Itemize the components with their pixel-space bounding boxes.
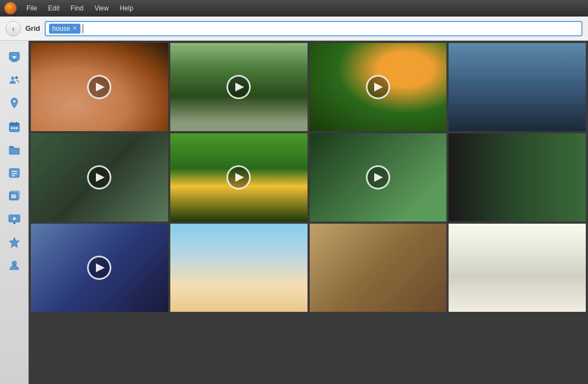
sidebar-icon-list[interactable] (4, 163, 24, 183)
grid-item-4[interactable] (449, 43, 586, 131)
svg-rect-19 (11, 194, 16, 198)
menu-find[interactable]: Find (66, 3, 88, 13)
menubar: File Edit Find View Help (0, 0, 588, 17)
main-layout (0, 41, 588, 384)
play-button-1[interactable] (87, 75, 111, 99)
menu-help[interactable]: Help (115, 3, 138, 13)
svg-rect-11 (13, 127, 15, 129)
sidebar-icon-import[interactable] (4, 47, 24, 67)
grid-item-9[interactable] (31, 224, 168, 312)
svg-point-3 (11, 77, 14, 80)
svg-marker-24 (9, 237, 19, 247)
image-grid (29, 41, 588, 384)
app-logo (4, 2, 17, 14)
sidebar-icon-people[interactable] (4, 71, 24, 90)
toolbar: ‹ Grid house ✕ (0, 17, 588, 41)
search-bar[interactable]: house ✕ (45, 21, 582, 36)
search-cursor (83, 24, 83, 33)
back-button[interactable]: ‹ (6, 21, 21, 36)
svg-point-5 (13, 100, 15, 102)
grid-item-11[interactable] (310, 224, 447, 312)
menu-view[interactable]: View (90, 3, 113, 13)
sidebar (0, 41, 29, 384)
grid-item-10[interactable] (170, 224, 308, 312)
search-tag[interactable]: house ✕ (49, 24, 81, 34)
view-label: Grid (25, 24, 40, 33)
grid-item-8[interactable] (449, 133, 586, 221)
grid-item-5[interactable] (31, 133, 168, 221)
svg-rect-7 (9, 123, 19, 126)
sidebar-icon-person[interactable] (4, 256, 24, 275)
sidebar-icon-favorites[interactable] (4, 232, 24, 252)
grid-item-6[interactable] (170, 133, 308, 221)
grid-item-2[interactable] (170, 43, 308, 131)
svg-point-4 (15, 77, 18, 79)
svg-rect-10 (11, 127, 13, 129)
grid-item-1[interactable] (31, 43, 168, 131)
svg-point-25 (12, 261, 17, 266)
svg-rect-12 (16, 127, 18, 129)
sidebar-icon-album[interactable] (4, 186, 24, 206)
sidebar-icon-folder[interactable] (4, 140, 24, 160)
menu-edit[interactable]: Edit (44, 3, 64, 13)
play-button-6[interactable] (226, 165, 251, 190)
play-button-5[interactable] (87, 165, 111, 190)
play-button-7[interactable] (366, 165, 390, 190)
sidebar-icon-calendar[interactable] (4, 117, 24, 137)
search-tag-close-button[interactable]: ✕ (72, 25, 77, 32)
search-tag-text: house (52, 25, 71, 33)
sidebar-icon-location[interactable] (4, 94, 24, 113)
grid-item-3[interactable] (310, 43, 447, 131)
play-button-3[interactable] (366, 75, 390, 99)
play-button-2[interactable] (226, 75, 251, 99)
grid-item-7[interactable] (310, 133, 447, 221)
svg-rect-2 (12, 60, 17, 62)
grid-item-12[interactable] (449, 224, 586, 312)
menu-file[interactable]: File (22, 3, 41, 13)
sidebar-icon-slideshow[interactable] (4, 209, 24, 229)
play-button-9[interactable] (87, 256, 111, 280)
